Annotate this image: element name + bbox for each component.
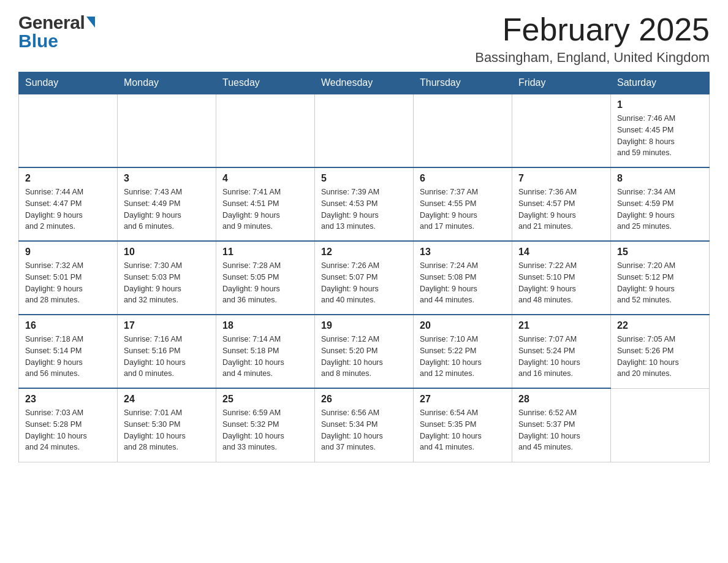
calendar-cell: 1Sunrise: 7:46 AM Sunset: 4:45 PM Daylig… [611, 94, 710, 167]
calendar-cell: 20Sunrise: 7:10 AM Sunset: 5:22 PM Dayli… [414, 315, 512, 388]
calendar-cell: 24Sunrise: 7:01 AM Sunset: 5:30 PM Dayli… [118, 388, 216, 462]
day-number: 18 [222, 320, 308, 331]
day-number: 6 [420, 173, 506, 184]
day-number: 19 [321, 320, 407, 331]
day-number: 14 [518, 247, 604, 258]
calendar-cell: 19Sunrise: 7:12 AM Sunset: 5:20 PM Dayli… [315, 315, 414, 388]
day-info: Sunrise: 7:37 AM Sunset: 4:55 PM Dayligh… [420, 186, 506, 232]
calendar-cell [315, 94, 414, 167]
day-number: 13 [420, 247, 506, 258]
logo-blue-text: Blue [18, 31, 95, 52]
day-info: Sunrise: 7:16 AM Sunset: 5:16 PM Dayligh… [124, 334, 210, 380]
calendar-cell [414, 94, 512, 167]
calendar-cell: 13Sunrise: 7:24 AM Sunset: 5:08 PM Dayli… [414, 241, 512, 315]
day-header-wednesday: Wednesday [315, 72, 414, 94]
day-number: 11 [222, 247, 308, 258]
day-number: 25 [222, 394, 308, 405]
day-number: 7 [518, 173, 604, 184]
day-info: Sunrise: 6:52 AM Sunset: 5:37 PM Dayligh… [518, 407, 604, 453]
calendar-week-row: 2Sunrise: 7:44 AM Sunset: 4:47 PM Daylig… [19, 167, 710, 241]
calendar-cell [512, 94, 611, 167]
day-info: Sunrise: 7:14 AM Sunset: 5:18 PM Dayligh… [222, 334, 308, 380]
calendar-cell: 12Sunrise: 7:26 AM Sunset: 5:07 PM Dayli… [315, 241, 414, 315]
day-number: 27 [420, 394, 506, 405]
day-header-thursday: Thursday [414, 72, 512, 94]
calendar-cell: 10Sunrise: 7:30 AM Sunset: 5:03 PM Dayli… [118, 241, 216, 315]
calendar-cell: 17Sunrise: 7:16 AM Sunset: 5:16 PM Dayli… [118, 315, 216, 388]
calendar-cell: 6Sunrise: 7:37 AM Sunset: 4:55 PM Daylig… [414, 167, 512, 241]
day-info: Sunrise: 7:36 AM Sunset: 4:57 PM Dayligh… [518, 186, 604, 232]
day-header-saturday: Saturday [611, 72, 710, 94]
day-info: Sunrise: 6:54 AM Sunset: 5:35 PM Dayligh… [420, 407, 506, 453]
day-header-monday: Monday [118, 72, 216, 94]
calendar-cell: 3Sunrise: 7:43 AM Sunset: 4:49 PM Daylig… [118, 167, 216, 241]
day-info: Sunrise: 7:22 AM Sunset: 5:10 PM Dayligh… [518, 260, 604, 306]
day-number: 10 [124, 247, 210, 258]
day-number: 22 [617, 320, 703, 331]
day-info: Sunrise: 6:56 AM Sunset: 5:34 PM Dayligh… [321, 407, 407, 453]
calendar-cell: 25Sunrise: 6:59 AM Sunset: 5:32 PM Dayli… [216, 388, 315, 462]
day-header-friday: Friday [512, 72, 611, 94]
calendar-cell: 22Sunrise: 7:05 AM Sunset: 5:26 PM Dayli… [611, 315, 710, 388]
day-number: 15 [617, 247, 703, 258]
calendar-cell: 26Sunrise: 6:56 AM Sunset: 5:34 PM Dayli… [315, 388, 414, 462]
day-info: Sunrise: 7:05 AM Sunset: 5:26 PM Dayligh… [617, 334, 703, 380]
day-number: 20 [420, 320, 506, 331]
day-number: 8 [617, 173, 703, 184]
page-header: General Blue February 2025 Bassingham, E… [18, 12, 710, 66]
day-info: Sunrise: 7:01 AM Sunset: 5:30 PM Dayligh… [124, 407, 210, 453]
calendar-cell: 27Sunrise: 6:54 AM Sunset: 5:35 PM Dayli… [414, 388, 512, 462]
day-info: Sunrise: 7:39 AM Sunset: 4:53 PM Dayligh… [321, 186, 407, 232]
day-info: Sunrise: 7:28 AM Sunset: 5:05 PM Dayligh… [222, 260, 308, 306]
calendar-cell: 14Sunrise: 7:22 AM Sunset: 5:10 PM Dayli… [512, 241, 611, 315]
calendar-week-row: 16Sunrise: 7:18 AM Sunset: 5:14 PM Dayli… [19, 315, 710, 388]
calendar-cell: 28Sunrise: 6:52 AM Sunset: 5:37 PM Dayli… [512, 388, 611, 462]
logo: General Blue [18, 12, 95, 52]
day-number: 26 [321, 394, 407, 405]
day-info: Sunrise: 7:44 AM Sunset: 4:47 PM Dayligh… [25, 186, 111, 232]
day-header-sunday: Sunday [19, 72, 118, 94]
logo-triangle-icon [86, 17, 95, 28]
day-info: Sunrise: 7:32 AM Sunset: 5:01 PM Dayligh… [25, 260, 111, 306]
calendar-week-row: 23Sunrise: 7:03 AM Sunset: 5:28 PM Dayli… [19, 388, 710, 462]
calendar-cell [19, 94, 118, 167]
calendar-cell [611, 388, 710, 462]
day-info: Sunrise: 7:03 AM Sunset: 5:28 PM Dayligh… [25, 407, 111, 453]
day-number: 9 [25, 247, 111, 258]
day-info: Sunrise: 7:24 AM Sunset: 5:08 PM Dayligh… [420, 260, 506, 306]
day-header-tuesday: Tuesday [216, 72, 315, 94]
calendar-title: February 2025 [475, 12, 710, 47]
title-section: February 2025 Bassingham, England, Unite… [475, 12, 710, 66]
calendar-cell: 18Sunrise: 7:14 AM Sunset: 5:18 PM Dayli… [216, 315, 315, 388]
calendar-table: SundayMondayTuesdayWednesdayThursdayFrid… [18, 72, 710, 462]
calendar-cell: 8Sunrise: 7:34 AM Sunset: 4:59 PM Daylig… [611, 167, 710, 241]
calendar-cell: 11Sunrise: 7:28 AM Sunset: 5:05 PM Dayli… [216, 241, 315, 315]
calendar-week-row: 1Sunrise: 7:46 AM Sunset: 4:45 PM Daylig… [19, 94, 710, 167]
day-info: Sunrise: 7:46 AM Sunset: 4:45 PM Dayligh… [617, 113, 703, 159]
calendar-week-row: 9Sunrise: 7:32 AM Sunset: 5:01 PM Daylig… [19, 241, 710, 315]
day-number: 2 [25, 173, 111, 184]
calendar-cell [118, 94, 216, 167]
day-number: 3 [124, 173, 210, 184]
day-info: Sunrise: 6:59 AM Sunset: 5:32 PM Dayligh… [222, 407, 308, 453]
day-info: Sunrise: 7:34 AM Sunset: 4:59 PM Dayligh… [617, 186, 703, 232]
day-number: 28 [518, 394, 604, 405]
day-info: Sunrise: 7:12 AM Sunset: 5:20 PM Dayligh… [321, 334, 407, 380]
day-number: 23 [25, 394, 111, 405]
day-number: 12 [321, 247, 407, 258]
day-info: Sunrise: 7:20 AM Sunset: 5:12 PM Dayligh… [617, 260, 703, 306]
day-info: Sunrise: 7:41 AM Sunset: 4:51 PM Dayligh… [222, 186, 308, 232]
calendar-cell: 21Sunrise: 7:07 AM Sunset: 5:24 PM Dayli… [512, 315, 611, 388]
day-info: Sunrise: 7:18 AM Sunset: 5:14 PM Dayligh… [25, 334, 111, 380]
calendar-cell: 7Sunrise: 7:36 AM Sunset: 4:57 PM Daylig… [512, 167, 611, 241]
logo-general-text: General [18, 12, 85, 33]
day-number: 24 [124, 394, 210, 405]
day-info: Sunrise: 7:30 AM Sunset: 5:03 PM Dayligh… [124, 260, 210, 306]
calendar-cell: 23Sunrise: 7:03 AM Sunset: 5:28 PM Dayli… [19, 388, 118, 462]
day-number: 17 [124, 320, 210, 331]
day-info: Sunrise: 7:07 AM Sunset: 5:24 PM Dayligh… [518, 334, 604, 380]
calendar-cell: 4Sunrise: 7:41 AM Sunset: 4:51 PM Daylig… [216, 167, 315, 241]
calendar-cell: 15Sunrise: 7:20 AM Sunset: 5:12 PM Dayli… [611, 241, 710, 315]
calendar-cell: 9Sunrise: 7:32 AM Sunset: 5:01 PM Daylig… [19, 241, 118, 315]
day-info: Sunrise: 7:26 AM Sunset: 5:07 PM Dayligh… [321, 260, 407, 306]
